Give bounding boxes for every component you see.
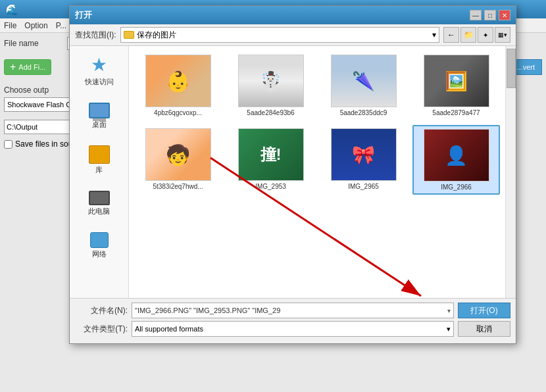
filetype-value: All supported formats: [135, 325, 203, 333]
filename-row: 文件名(N): "IMG_2966.PNG" "IMG_2953.PNG" "I…: [75, 303, 510, 318]
dialog-sidebar: ★ 快速访问 桌面 库 此电脑 网络: [70, 46, 129, 298]
folder-up-icon: 📁: [464, 30, 474, 39]
bg-filename-label: File name: [4, 39, 63, 48]
filetype-select[interactable]: All supported formats ▾: [132, 321, 454, 337]
sidebar-item-computer[interactable]: 此电脑: [70, 188, 128, 219]
sidebar-item-library[interactable]: 库: [70, 143, 128, 178]
bg-menu-option[interactable]: Option: [24, 21, 47, 30]
desktop-icon: [89, 103, 110, 118]
file-open-dialog: 打开 — □ ✕ 查找范围(I): 保存的图片 ▾ ← 📁 ✦ ▦▾: [69, 5, 516, 344]
file-item-7[interactable]: 🎀 IMG_2965: [320, 125, 407, 195]
file-name-3: 5aade2835ddc9: [323, 109, 404, 116]
filetype-row: 文件类型(T): All supported formats ▾ 取消: [75, 321, 510, 337]
sidebar-label-computer: 此电脑: [88, 207, 110, 216]
file-item-4[interactable]: 🖼️ 5aade2879a477: [412, 51, 500, 120]
file-grid: 👶 4pbz6qgcvoxp... ☃️ 5aade284e93b6 🌂 5aa…: [134, 51, 500, 195]
scrollbar-thumb[interactable]: [507, 49, 516, 88]
titlebar-buttons: — □ ✕: [470, 10, 510, 20]
file-thumb-5: 🧒: [145, 128, 211, 181]
add-file-plus-icon: +: [10, 62, 16, 72]
file-thumb-4: 🖼️: [424, 55, 489, 107]
file-item-5[interactable]: 🧒 5t383i2eq7hwd...: [134, 125, 222, 195]
filetype-label: 文件类型(T):: [75, 324, 128, 335]
file-thumb-6: 撞!: [238, 128, 304, 181]
view-icon: ▦▾: [498, 32, 507, 38]
file-thumb-7: 🎀: [331, 128, 397, 181]
sidebar-label-network: 网络: [92, 249, 107, 259]
filename-dropdown-icon: ▾: [447, 307, 451, 314]
sidebar-label-quick-access: 快速访问: [85, 77, 114, 87]
file-thumb-2: ☃️: [238, 55, 304, 107]
bg-logo: 🌊: [5, 3, 18, 16]
file-item-8[interactable]: 👤 IMG_2966: [412, 125, 500, 195]
file-thumb-8: 👤: [424, 129, 489, 182]
sidebar-item-network[interactable]: 网络: [70, 230, 128, 262]
cancel-button[interactable]: 取消: [458, 321, 510, 337]
thumbnail-snow: ☃️: [239, 55, 303, 107]
library-icon: [89, 145, 110, 164]
minimize-button[interactable]: —: [470, 10, 482, 20]
file-thumb-3: 🌂: [331, 55, 397, 107]
filename-label: 文件名(N):: [75, 305, 128, 316]
close-button[interactable]: ✕: [499, 10, 510, 20]
dialog-titlebar: 打开 — □ ✕: [70, 6, 516, 24]
thumbnail-winter: 🌂: [332, 55, 396, 107]
sidebar-label-desktop: 桌面: [92, 120, 107, 130]
thumbnail-sticker: 撞!: [239, 129, 303, 180]
back-button[interactable]: ←: [443, 27, 459, 43]
dialog-scrollbar[interactable]: [505, 46, 516, 298]
path-display: 保存的图片: [124, 30, 176, 41]
network-icon: [90, 232, 109, 248]
filetype-dropdown-icon: ▾: [447, 325, 451, 333]
filename-input[interactable]: "IMG_2966.PNG" "IMG_2953.PNG" "IMG_29 ▾: [132, 303, 454, 318]
computer-icon: [89, 191, 110, 205]
dialog-main-area: ★ 快速访问 桌面 库 此电脑 网络: [70, 46, 516, 298]
toolbar-label: 查找范围(I):: [75, 30, 116, 41]
add-file-button[interactable]: + Add Fi...: [4, 59, 51, 75]
maximize-button[interactable]: □: [484, 10, 496, 20]
folder-up-button[interactable]: 📁: [460, 27, 476, 43]
file-item-6[interactable]: 撞! IMG_2953: [227, 125, 314, 195]
file-thumb-1: 👶: [145, 55, 211, 107]
bg-menu-p[interactable]: P...: [56, 21, 66, 30]
file-name-7: IMG_2965: [323, 183, 404, 190]
file-name-5: 5t383i2eq7hwd...: [137, 183, 218, 190]
new-folder-button[interactable]: ✦: [478, 27, 493, 43]
thumbnail-bw: 🖼️: [424, 55, 489, 107]
thumbnail-alice: 🎀: [332, 129, 396, 180]
current-folder-text: 保存的图片: [137, 30, 176, 41]
file-list-area: 👶 4pbz6qgcvoxp... ☃️ 5aade284e93b6 🌂 5aa…: [129, 46, 505, 298]
sidebar-item-quick-access[interactable]: ★ 快速访问: [70, 51, 128, 89]
thumbnail-baby2: 🧒: [146, 129, 211, 180]
new-folder-icon: ✦: [483, 32, 488, 39]
sidebar-item-desktop[interactable]: 桌面: [70, 100, 128, 132]
file-name-2: 5aade284e93b6: [230, 109, 311, 116]
dialog-bottom: 文件名(N): "IMG_2966.PNG" "IMG_2953.PNG" "I…: [70, 298, 516, 343]
file-item-2[interactable]: ☃️ 5aade284e93b6: [227, 51, 314, 120]
add-file-label: Add Fi...: [18, 63, 45, 71]
file-name-4: 5aade2879a477: [416, 109, 497, 116]
dropdown-arrow-icon: ▾: [432, 30, 436, 39]
toolbar-nav-buttons: ← 📁 ✦ ▦▾: [443, 27, 510, 43]
file-item-1[interactable]: 👶 4pbz6qgcvoxp...: [134, 51, 222, 120]
view-toggle-button[interactable]: ▦▾: [495, 27, 510, 43]
file-name-1: 4pbz6qgcvoxp...: [137, 109, 218, 116]
filename-value: "IMG_2966.PNG" "IMG_2953.PNG" "IMG_29: [135, 306, 280, 314]
bg-menu-file[interactable]: File: [4, 21, 16, 30]
folder-icon: [124, 31, 134, 39]
thumbnail-baby1: 👶: [146, 55, 211, 107]
dialog-title: 打开: [75, 9, 92, 21]
thumbnail-dark: 👤: [424, 130, 489, 181]
star-icon: ★: [91, 54, 107, 76]
sidebar-label-library: 库: [95, 165, 103, 175]
dialog-toolbar: 查找范围(I): 保存的图片 ▾ ← 📁 ✦ ▦▾: [70, 24, 516, 46]
open-button[interactable]: 打开(O): [458, 303, 510, 318]
file-item-3[interactable]: 🌂 5aade2835ddc9: [320, 51, 407, 120]
path-select-dropdown[interactable]: 保存的图片 ▾: [120, 27, 439, 43]
bg-save-checkbox[interactable]: [4, 140, 12, 149]
file-name-8: IMG_2966: [416, 184, 496, 191]
file-name-6: IMG_2953: [230, 183, 311, 190]
